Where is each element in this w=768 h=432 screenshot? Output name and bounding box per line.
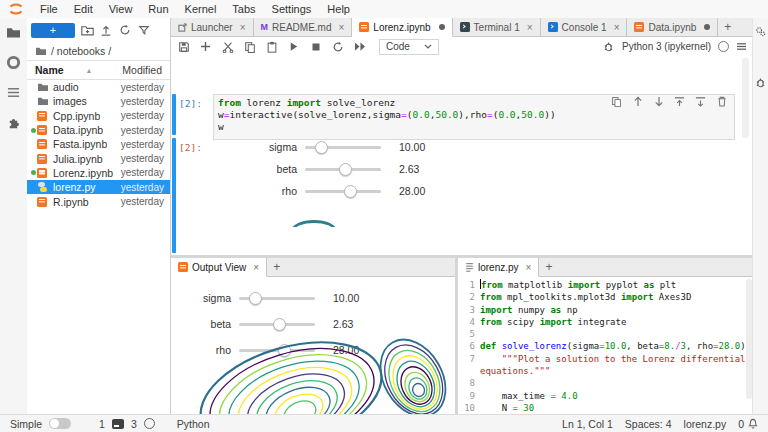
insert-cell-below-icon[interactable] — [695, 96, 706, 107]
toolbar-menu-icon[interactable] — [736, 42, 747, 51]
copy-cells-icon[interactable] — [243, 40, 256, 53]
simple-mode-toggle[interactable] — [49, 418, 71, 429]
code-editor[interactable]: 1from matplotlib import pyplot as plt2fr… — [458, 279, 745, 415]
slider-track[interactable] — [239, 292, 315, 304]
tab-output-view[interactable]: Output View × — [171, 258, 267, 277]
file-browser-toolbar: + — [27, 18, 170, 42]
restart-run-all-icon[interactable] — [353, 40, 366, 53]
spaces-indicator[interactable]: Spaces: 4 — [625, 418, 672, 430]
bell-icon[interactable] — [748, 418, 758, 429]
editor-panel: lorenz.py × + 1from matplotlib import py… — [458, 258, 753, 415]
active-cell-output-indicator[interactable] — [172, 138, 176, 253]
line-number: 3 — [458, 304, 480, 316]
menu-item-tabs[interactable]: Tabs — [224, 0, 263, 18]
insert-cell-above-icon[interactable] — [674, 96, 685, 107]
tab-terminal-1[interactable]: Terminal 1× — [453, 18, 541, 36]
file-row-lorenz-py[interactable]: lorenz.pyyesterday — [27, 180, 170, 194]
editor-line: 6def solve_lorenz(sigma=10.0, beta=8./3,… — [458, 340, 745, 352]
file-row-audio[interactable]: audioyesterday — [27, 80, 170, 94]
folder-icon[interactable] — [6, 24, 22, 40]
sort-caret-icon: ▲ — [86, 67, 93, 74]
new-tab-button[interactable]: + — [539, 258, 558, 276]
property-inspector-icon[interactable] — [755, 26, 766, 37]
run-cell-icon[interactable] — [287, 40, 300, 53]
file-row-lorenz-ipynb[interactable]: Lorenz.ipynbyesterday — [27, 166, 170, 180]
refresh-icon[interactable] — [119, 24, 132, 37]
close-icon[interactable]: × — [253, 262, 259, 273]
delete-cell-icon[interactable] — [716, 96, 727, 107]
menu-item-view[interactable]: View — [101, 0, 141, 18]
menu-item-help[interactable]: Help — [319, 0, 358, 18]
menu-item-edit[interactable]: Edit — [66, 0, 101, 18]
interrupt-kernel-icon[interactable] — [309, 40, 322, 53]
terminal-icon[interactable] — [112, 419, 124, 429]
close-icon[interactable]: × — [527, 22, 533, 33]
file-row-cpp-ipynb[interactable]: Cpp.ipynbyesterday — [27, 109, 170, 123]
close-icon[interactable]: × — [526, 262, 532, 273]
move-cell-down-icon[interactable] — [653, 96, 664, 107]
notebook-content[interactable]: [2]: from lorenz import solve_lorenzw=in… — [171, 56, 753, 415]
menu-item-kernel[interactable]: Kernel — [177, 0, 225, 18]
cut-cells-icon[interactable] — [221, 40, 234, 53]
kernel-icon[interactable] — [144, 418, 155, 429]
running-sessions-icon[interactable] — [6, 54, 22, 70]
tab-data-ipynb[interactable]: Data.ipynb — [627, 18, 718, 36]
debugger-sidebar-icon[interactable] — [755, 77, 766, 88]
cursor-position[interactable]: Ln 1, Col 1 — [562, 418, 613, 430]
extension-manager-icon[interactable] — [6, 114, 22, 130]
name-column-header[interactable]: Name — [35, 64, 64, 76]
restart-kernel-icon[interactable] — [331, 40, 344, 53]
tab-readme-md[interactable]: MREADME.md× — [254, 18, 353, 36]
slider-handle[interactable] — [339, 163, 352, 176]
new-tab-button[interactable]: + — [718, 18, 737, 36]
upload-icon[interactable] — [100, 24, 113, 37]
file-row-fasta-ipynb[interactable]: Fasta.ipynbyesterday — [27, 137, 170, 151]
line-number: 4 — [458, 316, 480, 328]
output-view-panel: Output View × + sigma10.00beta2.63rho28.… — [171, 258, 458, 415]
paste-cells-icon[interactable] — [265, 40, 278, 53]
language-indicator[interactable]: Python — [177, 418, 210, 430]
menu-item-run[interactable]: Run — [140, 0, 176, 18]
filter-icon[interactable] — [138, 24, 151, 37]
kernel-name[interactable]: Python 3 (ipykernel) — [622, 41, 711, 52]
new-folder-icon[interactable] — [81, 24, 94, 37]
active-cell-indicator[interactable] — [172, 94, 176, 135]
tab-console-1[interactable]: Console 1× — [541, 18, 628, 36]
terminal-count: 1 — [99, 418, 105, 430]
file-row-data-ipynb[interactable]: Data.ipynbyesterday — [27, 123, 170, 137]
tab-launcher[interactable]: Launcher× — [171, 18, 254, 36]
add-cell-icon[interactable] — [199, 40, 212, 53]
menu-item-file[interactable]: File — [32, 0, 66, 18]
tab-lorenz-ipynb[interactable]: Lorenz.ipynb — [352, 18, 452, 37]
file-row-julia-ipynb[interactable]: Julia.ipynbyesterday — [27, 151, 170, 165]
close-icon[interactable]: × — [614, 22, 620, 33]
slider-track[interactable] — [305, 185, 381, 197]
breadcrumb[interactable]: / notebooks / — [27, 42, 170, 60]
menu-item-settings[interactable]: Settings — [264, 0, 320, 18]
duplicate-cell-icon[interactable] — [611, 96, 622, 107]
table-of-contents-icon[interactable] — [6, 84, 22, 100]
file-name: Lorenz.ipynb — [53, 167, 113, 179]
editor-content[interactable]: 1from matplotlib import pyplot as plt2fr… — [458, 277, 753, 415]
kernel-status-icon — [718, 41, 729, 52]
file-name: audio — [53, 81, 79, 93]
slider-track[interactable] — [305, 141, 381, 153]
home-folder-icon — [35, 46, 47, 56]
slider-handle[interactable] — [315, 141, 328, 154]
slider-handle[interactable] — [344, 185, 357, 198]
tab-lorenz-py[interactable]: lorenz.py × — [458, 258, 539, 277]
new-tab-button[interactable]: + — [267, 258, 286, 276]
new-launcher-button[interactable]: + — [31, 23, 75, 38]
move-cell-up-icon[interactable] — [632, 96, 643, 107]
debugger-icon[interactable] — [602, 40, 615, 53]
file-row-r-ipynb[interactable]: R.ipynbyesterday — [27, 194, 170, 208]
slider-track[interactable] — [305, 163, 381, 175]
cell-type-dropdown[interactable]: Code — [379, 39, 439, 55]
slider-handle[interactable] — [249, 292, 262, 305]
close-icon[interactable]: × — [240, 22, 246, 33]
close-icon[interactable]: × — [339, 22, 345, 33]
save-icon[interactable] — [177, 40, 190, 53]
notebook-scrollbar[interactable] — [742, 58, 749, 138]
file-row-images[interactable]: imagesyesterday — [27, 94, 170, 108]
modified-column-header[interactable]: Modified — [122, 64, 162, 76]
